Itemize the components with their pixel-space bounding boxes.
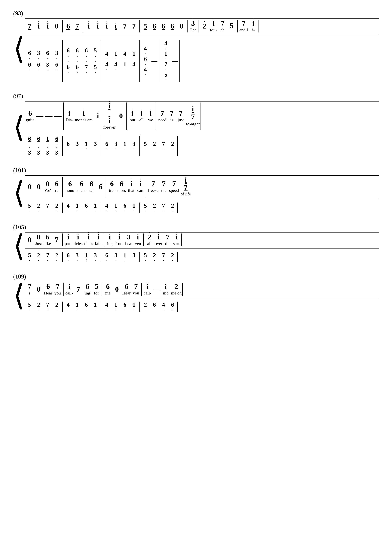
staves-101: 0 0 0 We' 6 re 6 monu- (25, 175, 379, 214)
upper-staff-97: 6 gnite — — — ·i Dia- ·i (25, 101, 379, 132)
ln-97-14: 2 · (150, 141, 159, 151)
ln-101-5: 4 · (64, 203, 73, 213)
ln-101-13: 5 · (141, 203, 150, 213)
ln-109-6: 1 ! (73, 302, 82, 312)
vbar-93-3 (139, 20, 140, 32)
ln-105-12: 3 · (129, 252, 138, 262)
vbar-lower-93-4 (160, 40, 161, 82)
vbar-101-2 (106, 177, 107, 197)
ln-97-10: 3 · (111, 141, 120, 151)
staves-93: 7 ·i ·i 0 6 7 (25, 18, 379, 83)
beat-101-1: 0 (25, 183, 34, 190)
staves-105: 0 0 Just 6 like 7 ·i par- (25, 232, 379, 263)
end-barline-93-lower (179, 40, 180, 82)
vbar-lower-109-1 (62, 302, 63, 312)
ln-109-2: 2 · (34, 302, 43, 312)
section-number-105: (105) (13, 224, 379, 231)
beat-93-22: 5 (227, 22, 236, 30)
beat-105-2: 0 Just (34, 234, 43, 246)
vbar-lower-97-3 (139, 136, 140, 156)
beat-97-9: 0 (116, 112, 125, 120)
ln-101-11: 6 · (120, 203, 129, 213)
ln-105-1: 5 · (25, 252, 34, 262)
section-97: (97) ⟨ 6 gnite — — — (13, 93, 379, 157)
beat-93-2: ·i (34, 22, 43, 30)
beat-97-14: 7 is (167, 110, 176, 123)
beat-105-9: ·i ing (105, 234, 114, 246)
beat-97-1: 6 gnite (25, 110, 35, 123)
ln-105-2: 2 · (34, 252, 43, 262)
ln-101-10: 1 ! (111, 203, 120, 213)
beat-93-3: ·i (43, 22, 52, 30)
ln-105-8: 3 · (91, 252, 100, 262)
end-barline-93-upper (258, 20, 258, 32)
beat-101-14: 7 the (159, 180, 168, 193)
beat-93-10: ·i (111, 22, 120, 30)
ln-97-6: 3 · (73, 141, 82, 151)
beat-109-5: ·i call- (64, 283, 74, 296)
beat-101-12: ·i can (136, 180, 145, 193)
beat-97-16: ·i 7 to-night (185, 105, 200, 127)
beat-93-21: 7 ch (218, 20, 227, 32)
ln-101-4: 2 · (52, 203, 61, 213)
upper-staff-105: 0 0 Just 6 like 7 ·i par- (25, 232, 379, 248)
section-105: (105) ⟨ 0 0 Just 6 like 7 (13, 224, 379, 263)
ln-93-16: — (171, 58, 179, 64)
ln-105-9: 6 · (102, 252, 111, 262)
brace-101: ⟨ (13, 175, 25, 214)
beat-105-12: ·i ven (133, 234, 143, 246)
ln-101-6: 1 ! (73, 203, 82, 213)
section-number-109: (109) (13, 273, 379, 280)
vbar-lower-93-1 (62, 40, 63, 82)
end-barline-97-upper (200, 102, 201, 130)
beat-97-11: ·i all (137, 110, 146, 123)
music-system-101: ⟨ 0 0 0 We' 6 re 6 (13, 175, 379, 214)
end-barline-105-upper (181, 234, 182, 246)
beat-109-15: ·i ing (161, 283, 170, 296)
brace-105: ⟨ (13, 232, 25, 263)
beat-109-4: 7 you (53, 283, 62, 296)
beat-109-10: 0 (113, 286, 121, 293)
lower-staff-105: 5 · 2 · 7 · (25, 248, 379, 263)
beat-109-7: 6 ing (83, 283, 92, 296)
ln-97-16: 2 · (168, 141, 177, 151)
beat-105-7: ·i that's (83, 234, 94, 246)
beat-105-5: ·i par- (64, 234, 73, 246)
ln-97-3: 1 · · 3 (43, 136, 52, 156)
vbar-lower-105-1 (62, 252, 63, 262)
end-barline-97-lower (177, 136, 178, 156)
beat-105-4: 7 (52, 236, 61, 243)
brace-97: ⟨ (13, 101, 25, 157)
brace-93: ⟨ (13, 18, 25, 83)
ln-93-15: 4 · 1 · 7 · 5 · (161, 40, 171, 82)
beat-93-14: 6 (150, 22, 159, 30)
beat-109-2: 0 (34, 286, 43, 293)
ln-97-7: 1 ! (82, 141, 91, 151)
ln-93-7: 6 · · 7 · (82, 47, 91, 74)
beat-101-10: 6 mors (116, 180, 127, 193)
vbar-97-3 (156, 102, 157, 130)
beat-101-6: 6 men- (76, 180, 87, 193)
beat-93-13: 5 (141, 22, 150, 30)
ln-101-1: 5 · (25, 203, 34, 213)
ln-97-8: 3 · (91, 141, 100, 151)
ln-109-5: 4 · (64, 302, 73, 312)
ln-93-14: — (150, 58, 159, 64)
beat-109-1: 7 s (25, 283, 34, 296)
ln-109-4: 2 · (52, 302, 61, 312)
beat-105-10: ·i from (114, 234, 124, 246)
beat-101-3: 0 We' (43, 180, 52, 193)
beat-93-5: 6 (64, 22, 73, 30)
beat-97-10: ·i but (128, 110, 137, 123)
vbar-lower-109-3 (139, 302, 140, 312)
ln-93-3: 6 · 3 · (43, 50, 52, 72)
beat-97-6: ·i monds are (74, 110, 93, 123)
ln-101-2: 2 · (34, 203, 43, 213)
beat-105-16: ·i star- (172, 234, 181, 246)
beat-101-16: ·i 7 of life (180, 177, 192, 197)
ln-105-7: 1 ! (82, 252, 91, 262)
ln-97-12: 3 · (129, 141, 138, 151)
beat-93-24: ·i i- (249, 20, 258, 32)
end-barline-109-lower (177, 302, 178, 312)
vbar-93-2 (83, 20, 83, 32)
